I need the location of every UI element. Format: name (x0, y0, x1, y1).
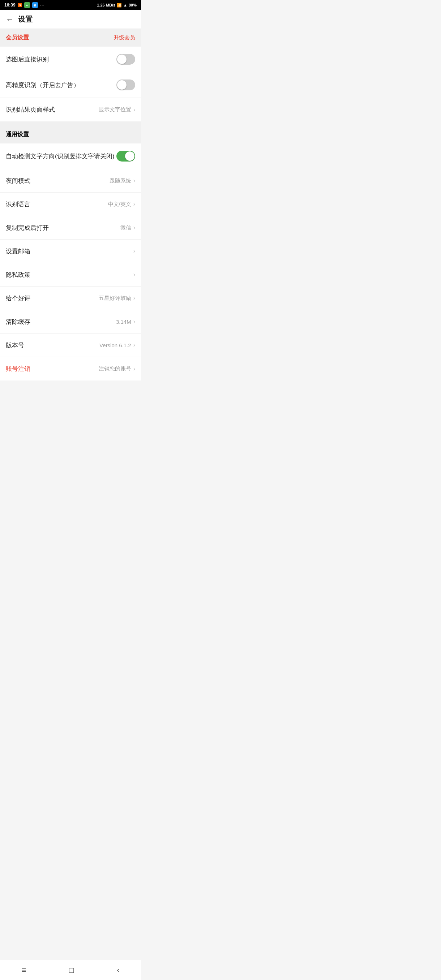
version-chevron: › (134, 342, 135, 348)
delete-account-right: 注销您的账号 › (99, 365, 135, 372)
night-mode-value: 跟随系统 (110, 177, 131, 184)
language-chevron: › (134, 201, 135, 207)
clear-cache-chevron: › (134, 318, 135, 325)
night-mode-label: 夜间模式 (6, 177, 30, 185)
direct-identify-toggle[interactable] (116, 54, 135, 65)
back-button[interactable]: ← (6, 15, 14, 24)
toggle-thumb-2 (117, 80, 126, 90)
language-right: 中文/英文 › (108, 201, 135, 208)
section-gap-1 (0, 121, 141, 126)
privacy-policy-label: 隐私政策 (6, 270, 30, 279)
version-value: Version 6.1.2 (99, 342, 131, 348)
open-after-copy-item[interactable]: 复制完成后打开 微信 › (0, 216, 141, 240)
status-left: 16:39 S ● ◉ ··· (4, 2, 45, 8)
more-apps-dots: ··· (40, 3, 45, 8)
time-display: 16:39 (4, 3, 16, 8)
direct-identify-control (116, 54, 135, 65)
battery-display: 80% (129, 3, 137, 7)
rate-us-value: 五星好评鼓励 (99, 295, 131, 302)
clear-cache-label: 清除缓存 (6, 318, 30, 326)
nav-bar: ← 设置 (0, 10, 141, 29)
language-label: 识别语言 (6, 200, 30, 208)
delete-account-chevron: › (134, 366, 135, 372)
result-style-right: 显示文字位置 › (99, 106, 135, 113)
delete-account-value: 注销您的账号 (99, 365, 131, 372)
status-bar: 16:39 S ● ◉ ··· 1.26 MB/s 📶 ▲ 80% (0, 0, 141, 10)
wifi-icon: ▲ (123, 3, 127, 7)
toggle-track-3 (116, 151, 135, 162)
auto-detect-control (116, 151, 135, 162)
other-app-icon: ◉ (32, 2, 38, 8)
general-settings-group: 自动检测文字方向(识别竖排文字请关闭) 夜间模式 跟随系统 › 识别语言 中文/… (0, 143, 141, 380)
auto-detect-label: 自动检测文字方向(识别竖排文字请关闭) (6, 152, 114, 161)
night-mode-right: 跟随系统 › (110, 177, 135, 184)
language-value: 中文/英文 (108, 201, 131, 208)
result-style-item[interactable]: 识别结果页面样式 显示文字位置 › (0, 98, 141, 121)
clear-cache-right: 3.14M › (116, 318, 135, 325)
privacy-policy-right: › (134, 271, 135, 278)
set-email-label: 设置邮箱 (6, 247, 30, 256)
page-title: 设置 (18, 14, 33, 24)
settings-content: 会员设置 升级会员 选图后直接识别 高精度识别（开启去广告） (0, 29, 141, 401)
toggle-thumb (117, 54, 126, 64)
member-section-header: 会员设置 升级会员 (0, 29, 141, 47)
set-email-chevron: › (134, 248, 135, 255)
delete-account-item[interactable]: 账号注销 注销您的账号 › (0, 357, 141, 380)
version-label: 版本号 (6, 341, 24, 350)
open-after-copy-right: 微信 › (120, 224, 135, 231)
rate-us-item[interactable]: 给个好评 五星好评鼓励 › (0, 286, 141, 310)
member-section-title: 会员设置 (6, 34, 29, 41)
auto-detect-item[interactable]: 自动检测文字方向(识别竖排文字请关闭) (0, 143, 141, 169)
high-precision-toggle[interactable] (116, 80, 135, 90)
clear-cache-value: 3.14M (116, 319, 131, 325)
result-style-chevron: › (134, 107, 135, 113)
wechat-icon: ● (24, 2, 30, 8)
result-style-label: 识别结果页面样式 (6, 105, 55, 114)
signal-icon: 📶 (117, 3, 122, 8)
rate-us-label: 给个好评 (6, 294, 30, 302)
status-right: 1.26 MB/s 📶 ▲ 80% (97, 3, 137, 8)
version-item[interactable]: 版本号 Version 6.1.2 › (0, 334, 141, 357)
version-right: Version 6.1.2 › (99, 342, 135, 348)
open-after-copy-label: 复制完成后打开 (6, 224, 49, 232)
night-mode-item[interactable]: 夜间模式 跟随系统 › (0, 169, 141, 192)
privacy-policy-chevron: › (134, 271, 135, 278)
toggle-thumb-3 (125, 151, 134, 161)
set-email-right: › (134, 248, 135, 255)
general-section-title: 通用设置 (6, 131, 29, 138)
member-settings-group: 选图后直接识别 高精度识别（开启去广告） 识 (0, 47, 141, 121)
auto-detect-toggle[interactable] (116, 151, 135, 162)
rate-us-right: 五星好评鼓励 › (99, 295, 135, 302)
upgrade-member-button[interactable]: 升级会员 (113, 34, 135, 41)
language-item[interactable]: 识别语言 中文/英文 › (0, 192, 141, 216)
network-speed: 1.26 MB/s (97, 3, 115, 7)
delete-account-label: 账号注销 (6, 364, 30, 373)
open-after-copy-value: 微信 (120, 224, 131, 231)
high-precision-label: 高精度识别（开启去广告） (6, 81, 80, 89)
set-email-item[interactable]: 设置邮箱 › (0, 240, 141, 263)
high-precision-item[interactable]: 高精度识别（开启去广告） (0, 72, 141, 98)
soul-app-icon: S (18, 3, 22, 7)
direct-identify-label: 选图后直接识别 (6, 55, 49, 64)
open-after-copy-chevron: › (134, 224, 135, 231)
toggle-track (116, 54, 135, 65)
night-mode-chevron: › (134, 177, 135, 184)
toggle-track-2 (116, 80, 135, 90)
general-section-header: 通用设置 (0, 126, 141, 143)
privacy-policy-item[interactable]: 隐私政策 › (0, 263, 141, 286)
direct-identify-item[interactable]: 选图后直接识别 (0, 47, 141, 72)
result-style-value: 显示文字位置 (99, 106, 131, 113)
rate-us-chevron: › (134, 295, 135, 301)
high-precision-control (116, 80, 135, 90)
clear-cache-item[interactable]: 清除缓存 3.14M › (0, 310, 141, 334)
